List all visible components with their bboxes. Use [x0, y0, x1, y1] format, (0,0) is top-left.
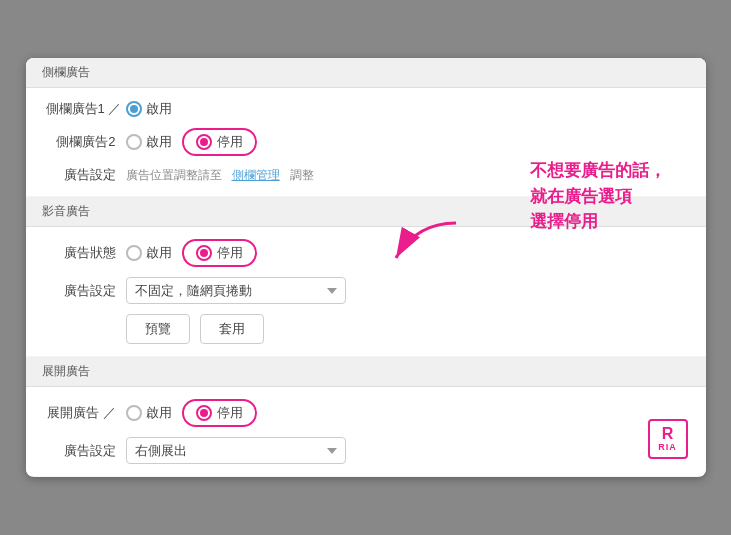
video-ad-enable-option[interactable]: 啟用 — [126, 244, 172, 262]
sidebar-ad1-label: 側欄廣告1 ／ — [46, 100, 126, 118]
video-ad-setting-select[interactable]: 不固定，隨網頁捲動 固定位置 — [126, 277, 346, 304]
video-ads-header: 影音廣告 — [26, 197, 706, 227]
video-ad-status-row: 廣告狀態 啟用 停用 — [46, 239, 686, 267]
video-ads-section: 影音廣告 廣告狀態 啟用 停用 — [26, 197, 706, 356]
video-ad-setting-content: 不固定，隨網頁捲動 固定位置 — [126, 277, 346, 304]
sidebar-ad2-row: 側欄廣告2 啟用 停用 — [46, 128, 686, 156]
expand-ad-content: 啟用 停用 — [126, 399, 257, 427]
sidebar-ad1-enable-radio[interactable] — [126, 101, 142, 117]
expand-ad-setting-content: 右側展出 左側展出 向下展出 — [126, 437, 346, 464]
sidebar-ads-section: 側欄廣告 側欄廣告1 ／ 啟用 — [26, 58, 706, 196]
expand-ad-row: 展開廣告 ／ 啟用 停用 — [46, 399, 686, 427]
video-ad-setting-label: 廣告設定 — [46, 282, 126, 300]
expand-ads-header: 展開廣告 — [26, 357, 706, 387]
settings-panel: 側欄廣告 側欄廣告1 ／ 啟用 — [26, 58, 706, 477]
sidebar-ad2-disable-pill[interactable]: 停用 — [182, 128, 257, 156]
video-ad-setting-row: 廣告設定 不固定，隨網頁捲動 固定位置 — [46, 277, 686, 304]
expand-ads-section: 展開廣告 展開廣告 ／ 啟用 停用 — [26, 357, 706, 476]
expand-ad-enable-radio[interactable] — [126, 405, 142, 421]
video-ad-status-content: 啟用 停用 — [126, 239, 257, 267]
video-ad-actions-row: 預覽 套用 — [46, 314, 686, 344]
video-ad-enable-radio[interactable] — [126, 245, 142, 261]
video-ad-disable-pill[interactable]: 停用 — [182, 239, 257, 267]
sidebar-ad1-row: 側欄廣告1 ／ 啟用 — [46, 100, 686, 118]
expand-ad-setting-label: 廣告設定 — [46, 442, 126, 460]
sidebar-ad2-enable-radio[interactable] — [126, 134, 142, 150]
video-ad-disable-radio[interactable] — [196, 245, 212, 261]
expand-ad-disable-radio[interactable] — [196, 405, 212, 421]
sidebar-ad1-content: 啟用 — [126, 100, 172, 118]
expand-ads-body: 展開廣告 ／ 啟用 停用 — [26, 387, 706, 476]
sidebar-ad-setting-row: 廣告設定 廣告位置調整請至 側欄管理 調整 — [46, 166, 686, 184]
expand-ad-setting-row: 廣告設定 右側展出 左側展出 向下展出 — [46, 437, 686, 464]
expand-ad-label: 展開廣告 ／ — [46, 404, 126, 422]
sidebar-ads-body: 側欄廣告1 ／ 啟用 側欄廣告2 — [26, 88, 706, 196]
expand-ad-enable-option[interactable]: 啟用 — [126, 404, 172, 422]
sidebar-ad2-label: 側欄廣告2 — [46, 133, 126, 151]
video-ads-body: 廣告狀態 啟用 停用 廣告設定 — [26, 227, 706, 356]
apply-button[interactable]: 套用 — [200, 314, 264, 344]
sidebar-ad-setting-label: 廣告設定 — [46, 166, 126, 184]
sidebar-ad2-enable-option[interactable]: 啟用 — [126, 133, 172, 151]
sidebar-ad1-enable-option[interactable]: 啟用 — [126, 100, 172, 118]
ria-logo: R RIA — [648, 419, 688, 459]
sidebar-ads-header: 側欄廣告 — [26, 58, 706, 88]
sidebar-management-link[interactable]: 側欄管理 — [232, 167, 280, 184]
sidebar-ad-setting-hint: 廣告位置調整請至 側欄管理 調整 — [126, 167, 314, 184]
video-ad-status-label: 廣告狀態 — [46, 244, 126, 262]
expand-ad-setting-select[interactable]: 右側展出 左側展出 向下展出 — [126, 437, 346, 464]
sidebar-ad2-content: 啟用 停用 — [126, 128, 257, 156]
sidebar-ad2-disable-radio[interactable] — [196, 134, 212, 150]
preview-button[interactable]: 預覽 — [126, 314, 190, 344]
video-ad-actions-content: 預覽 套用 — [126, 314, 264, 344]
expand-ad-disable-pill[interactable]: 停用 — [182, 399, 257, 427]
